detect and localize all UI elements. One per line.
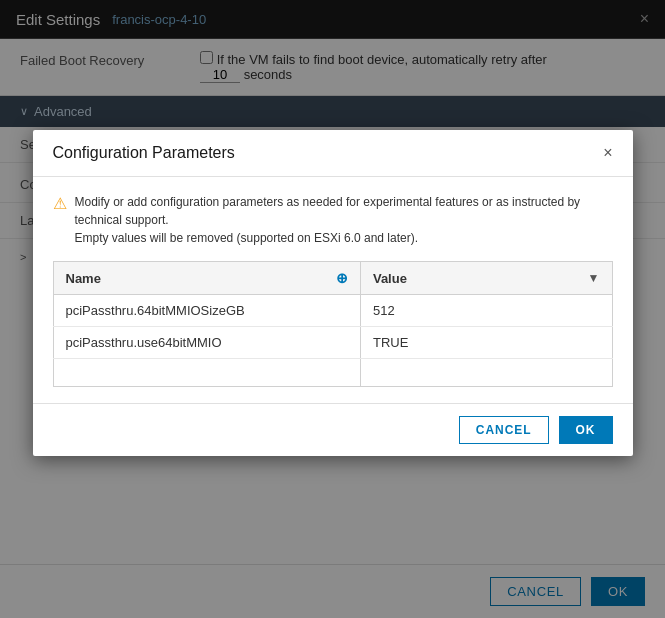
value-sort-icon[interactable]: ▼ <box>588 271 600 285</box>
modal-close-button[interactable]: × <box>603 144 612 162</box>
warning-message: ⚠ Modify or add configuration parameters… <box>53 193 613 247</box>
value-column-header: Value ▼ <box>360 262 612 295</box>
modal-title: Configuration Parameters <box>53 144 235 162</box>
warning-line2: Empty values will be removed (supported … <box>75 231 419 245</box>
empty-row <box>53 359 612 387</box>
warning-text: Modify or add configuration parameters a… <box>75 193 613 247</box>
name-filter-icon[interactable]: ⊕ <box>336 270 348 286</box>
table-row[interactable]: pciPassthru.use64bitMMIO TRUE <box>53 327 612 359</box>
modal-ok-button[interactable]: OK <box>559 416 613 444</box>
config-params-table: Name ⊕ Value ▼ <box>53 261 613 387</box>
value-header-label: Value <box>373 271 407 286</box>
table-row[interactable]: pciPassthru.64bitMMIOSizeGB 512 <box>53 295 612 327</box>
empty-value-cell <box>360 359 612 387</box>
modal-cancel-button[interactable]: CANCEL <box>459 416 549 444</box>
name-column-header: Name ⊕ <box>53 262 360 295</box>
param-name-cell: pciPassthru.64bitMMIOSizeGB <box>53 295 360 327</box>
modal-footer: CANCEL OK <box>33 403 633 456</box>
param-name-cell: pciPassthru.use64bitMMIO <box>53 327 360 359</box>
modal-overlay: Configuration Parameters × ⚠ Modify or a… <box>0 0 665 618</box>
warning-icon: ⚠ <box>53 194 67 213</box>
modal-header: Configuration Parameters × <box>33 130 633 177</box>
name-header-label: Name <box>66 271 101 286</box>
empty-name-cell <box>53 359 360 387</box>
param-value-cell: TRUE <box>360 327 612 359</box>
config-params-modal: Configuration Parameters × ⚠ Modify or a… <box>33 130 633 456</box>
param-value-cell: 512 <box>360 295 612 327</box>
warning-line1: Modify or add configuration parameters a… <box>75 195 581 227</box>
modal-body: ⚠ Modify or add configuration parameters… <box>33 177 633 403</box>
